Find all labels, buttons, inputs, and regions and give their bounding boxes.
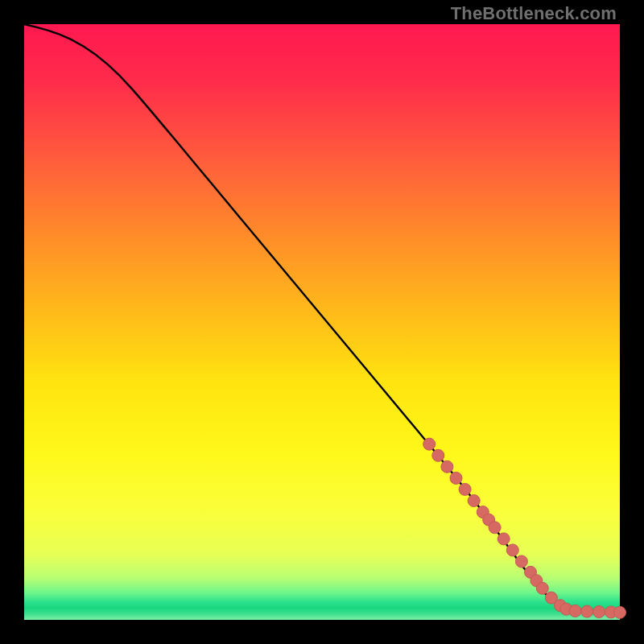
curve-marker: [614, 606, 626, 618]
bottleneck-curve: [24, 24, 620, 613]
curve-group: [24, 24, 626, 618]
curve-marker: [593, 606, 605, 618]
curve-marker: [506, 544, 518, 556]
curve-marker: [581, 605, 593, 617]
curve-marker: [536, 582, 548, 594]
curve-marker: [450, 472, 462, 484]
watermark-text: TheBottleneck.com: [451, 3, 617, 24]
curve-marker: [423, 438, 436, 450]
chart-svg: [24, 24, 620, 620]
curve-marker: [569, 605, 581, 617]
curve-markers: [423, 438, 626, 618]
curve-marker: [459, 483, 471, 495]
curve-marker: [489, 522, 501, 534]
curve-marker: [497, 533, 510, 545]
curve-marker: [441, 460, 453, 473]
curve-marker: [432, 449, 444, 461]
curve-marker: [515, 555, 527, 568]
curve-marker: [468, 495, 480, 507]
